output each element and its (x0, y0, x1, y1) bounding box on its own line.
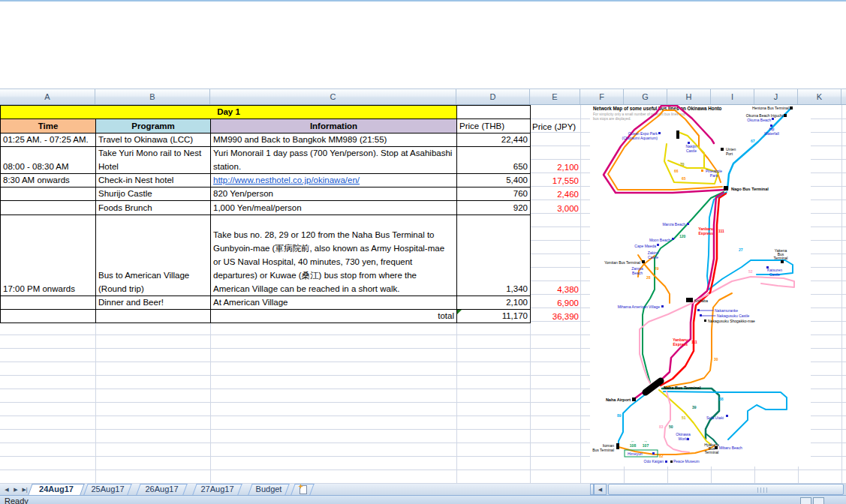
sheet-tab-27aug17[interactable]: 27Aug17 (194, 484, 240, 495)
cell-D8[interactable]: 1,340 (456, 214, 531, 296)
map-subtitle: bus stops are displayed. (593, 117, 631, 121)
cell-D1[interactable] (456, 105, 531, 119)
cell-A9[interactable] (0, 296, 96, 310)
header-time[interactable]: Time (0, 118, 96, 134)
map-label: World (679, 436, 688, 441)
cell-D5[interactable]: 5,400 (456, 173, 531, 188)
map-label: Waterfall (764, 131, 779, 136)
gridline-h (811, 186, 846, 187)
cell-D3[interactable]: 22,440 (456, 133, 531, 147)
map-label: 27 (739, 248, 743, 252)
cell-E9[interactable]: 6,900 (530, 296, 581, 310)
col-header-B[interactable]: B (95, 89, 210, 104)
cell-E6[interactable]: 2,460 (530, 187, 581, 201)
cell-E7[interactable]: 3,000 (530, 200, 581, 215)
col-header-A[interactable]: A (0, 89, 95, 104)
map-station-marker (616, 443, 619, 449)
col-header-K[interactable]: K (798, 89, 841, 104)
sheet-tab-26aug17[interactable]: 26Aug17 (138, 484, 185, 495)
map-label: Castle (769, 272, 780, 277)
cell-E4[interactable]: 2,100 (530, 146, 581, 174)
total-thb[interactable]: 11,170 (456, 309, 531, 323)
cell-D9[interactable]: 2,100 (456, 296, 531, 310)
total-jpy[interactable]: 36,390 (530, 309, 581, 323)
map-label: Naha Airport (606, 398, 631, 402)
okinawa-bus-map-svg: Network Map of some useful bus lines on … (590, 105, 811, 466)
gridline-h (811, 362, 846, 362)
col-header-H[interactable]: H (667, 89, 711, 104)
map-label: 108 (630, 443, 637, 448)
scroll-left-button[interactable]: ◀ (594, 484, 607, 495)
cell-E5[interactable]: 17,550 (530, 173, 581, 188)
map-station-marker (687, 223, 689, 225)
col-header-F[interactable]: F (580, 89, 624, 104)
cell-D7[interactable]: 920 (456, 200, 531, 215)
cell-B10[interactable] (95, 309, 211, 323)
map-label: Bus Terminal (592, 448, 614, 452)
col-header-G[interactable]: G (624, 89, 667, 104)
cell-E8[interactable]: 4,380 (530, 214, 581, 296)
cell-C6[interactable]: 820 Yen/person (210, 187, 457, 201)
scrollbar-grip (760, 488, 761, 493)
cell-C3[interactable]: MM990 and Back to Bangkok MM989 (21:55) (210, 133, 457, 147)
map-label: 107 (643, 443, 649, 448)
excel-window: ABCDEFGHIJK Network Map of some useful b… (0, 0, 846, 504)
cell-A10[interactable] (0, 309, 96, 323)
tab-label: 24Aug17 (30, 484, 83, 495)
view-normal-button[interactable] (800, 497, 811, 504)
map-label: Odo Kaigan (644, 459, 664, 464)
map-station-marker (772, 118, 774, 120)
cell-C8[interactable]: Take bus no. 28, 29 or 120 from the Naha… (210, 214, 457, 296)
cell-B3[interactable]: Travel to Okinawa (LCC) (95, 133, 211, 147)
col-header-I[interactable]: I (711, 89, 754, 104)
gridline-h (811, 429, 846, 430)
cell-A7[interactable] (0, 200, 96, 215)
cell-E3[interactable] (530, 133, 581, 147)
cell-B9[interactable]: Dinner and Beer! (95, 296, 211, 310)
cell-C9[interactable]: At American Village (210, 296, 457, 310)
header-price-jpy[interactable]: Price (JPY) (530, 118, 581, 134)
cell-D6[interactable]: 760 (456, 187, 531, 201)
sheet-tab-24aug17[interactable]: 24Aug17 (30, 484, 83, 495)
map-label: Park (710, 173, 718, 178)
cell-B6[interactable]: Shurijo Castle (95, 187, 211, 201)
cell-A6[interactable] (0, 187, 96, 201)
view-layout-button[interactable] (813, 497, 824, 504)
gridline-h (0, 456, 590, 457)
col-header-C[interactable]: C (210, 89, 456, 104)
insert-worksheet-tab[interactable] (293, 484, 312, 495)
cell-C7[interactable]: 1,000 Yen/meal/person (210, 200, 457, 215)
header-price-thb[interactable]: Price (THB) (456, 118, 531, 134)
cell-A5[interactable]: 8:30 AM onwards (0, 173, 96, 188)
col-header-D[interactable]: D (456, 89, 530, 104)
sheet-tab-budget[interactable]: Budget (250, 484, 288, 495)
sheet-tab-25aug17[interactable]: 25Aug17 (86, 484, 130, 495)
map-station-marker (701, 170, 703, 172)
map-station-marker (790, 106, 793, 110)
header-information[interactable]: Information (210, 118, 457, 134)
col-header-J[interactable]: J (754, 89, 798, 104)
cell-B4[interactable]: Take Yuri Mono rail to Nest Hotel (95, 146, 211, 174)
cell-B7[interactable]: Foods Brunch (95, 200, 211, 215)
map-label: 38 (719, 397, 724, 401)
cell-A3[interactable]: 01:25 AM. - 07:25 AM. (0, 133, 96, 147)
header-programm[interactable]: Programm (95, 118, 211, 134)
cell-A8[interactable]: 17:00 PM onwards (0, 214, 96, 296)
gridline-h (811, 240, 846, 241)
cell-B8[interactable]: Bus to American Village (Round trip) (95, 214, 211, 296)
next-sheet-icon[interactable]: ▶ (11, 484, 20, 495)
cell-D4[interactable]: 650 (456, 146, 531, 174)
cell-C4[interactable]: Yuri Monorail 1 day pass (700 Yen/person… (210, 146, 457, 174)
prev-sheet-icon[interactable]: ◀ (2, 484, 11, 495)
cell-A4[interactable]: 08:00 - 08:30 AM (0, 146, 96, 174)
day1-header[interactable]: Day 1 (0, 105, 457, 119)
col-header-E[interactable]: E (530, 89, 580, 104)
map-station-marker (686, 298, 693, 302)
cell-B5[interactable]: Check-in Nest hotel (95, 173, 211, 188)
hyperlink-nesthotel[interactable]: http://www.nesthotel.co.jp/okinawa/en/ (210, 173, 457, 188)
gridline-v (456, 322, 457, 483)
total-label[interactable]: total (210, 309, 457, 323)
horizontal-scrollbar-thumb[interactable] (608, 484, 844, 495)
gridline-h (811, 442, 846, 443)
map-station-marker (700, 314, 702, 316)
